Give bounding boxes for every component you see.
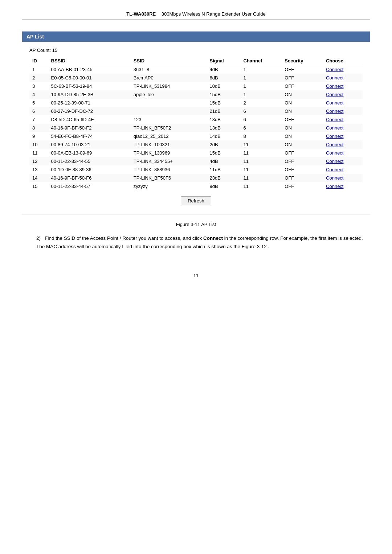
refresh-button[interactable]: Refresh <box>181 196 211 205</box>
cell-id: 9 <box>29 132 48 140</box>
cell-channel: 1 <box>241 82 282 90</box>
cell-channel: 8 <box>241 132 282 140</box>
cell-id: 12 <box>29 157 48 165</box>
cell-connect[interactable]: Connect <box>323 82 363 90</box>
cell-ssid <box>131 99 207 107</box>
connect-link[interactable]: Connect <box>326 150 343 156</box>
table-row: 35C-63-BF-53-19-84TP-LINK_53198410dB1OFF… <box>29 82 363 90</box>
table-row: 500-25-12-39-00-7115dB2ONConnect <box>29 99 363 107</box>
description-bold: Connect <box>203 235 223 241</box>
cell-channel: 6 <box>241 107 282 115</box>
cell-signal: 6dB <box>207 74 241 82</box>
cell-id: 3 <box>29 82 48 90</box>
cell-ssid: TP-LINK_888936 <box>131 165 207 174</box>
connect-link[interactable]: Connect <box>326 175 343 181</box>
connect-link[interactable]: Connect <box>326 125 343 131</box>
cell-security: ON <box>282 107 323 115</box>
table-row: 1440-16-9F-BF-50-F6TP-LINK_BF50F623dB11O… <box>29 174 363 182</box>
cell-ssid: TP-LINK_BF50F6 <box>131 174 207 182</box>
description-number: 2) <box>36 235 44 241</box>
cell-connect[interactable]: Connect <box>323 74 363 82</box>
cell-channel: 1 <box>241 90 282 99</box>
figure-caption: Figure 3-11 AP List <box>22 222 370 227</box>
cell-connect[interactable]: Connect <box>323 65 363 74</box>
cell-signal: 15dB <box>207 99 241 107</box>
connect-link[interactable]: Connect <box>326 67 343 72</box>
cell-signal: 21dB <box>207 107 241 115</box>
cell-connect[interactable]: Connect <box>323 165 363 174</box>
table-row: 1000-89-74-10-03-21TP-LINK_1003212dB11ON… <box>29 140 363 149</box>
cell-id: 14 <box>29 174 48 182</box>
table-row: 100-AA-BB-01-23-453631_84dB1OFFConnect <box>29 65 363 74</box>
cell-channel: 6 <box>241 124 282 132</box>
cell-security: OFF <box>282 174 323 182</box>
cell-bssid: 00-11-22-33-44-57 <box>48 182 131 190</box>
cell-connect[interactable]: Connect <box>323 99 363 107</box>
cell-channel: 11 <box>241 165 282 174</box>
connect-link[interactable]: Connect <box>326 184 343 189</box>
cell-ssid: TP-LINK_531984 <box>131 82 207 90</box>
cell-connect[interactable]: Connect <box>323 157 363 165</box>
cell-connect[interactable]: Connect <box>323 90 363 99</box>
table-row: 1500-11-22-33-44-57zyzyzy9dB11OFFConnect <box>29 182 363 190</box>
table-row: 954-E6-FC-B8-4F-74qiao12_25_201214dB8ONC… <box>29 132 363 140</box>
connect-link[interactable]: Connect <box>326 134 343 139</box>
description-block: 2) Find the SSID of the Access Point / R… <box>36 234 370 251</box>
cell-bssid: 00-89-74-10-03-21 <box>48 140 131 149</box>
col-security: Security <box>282 57 323 65</box>
table-row: 840-16-9F-BF-50-F2TP-LINK_BF50F213dB6ONC… <box>29 124 363 132</box>
connect-link[interactable]: Connect <box>326 92 343 97</box>
cell-security: ON <box>282 140 323 149</box>
cell-connect[interactable]: Connect <box>323 174 363 182</box>
cell-bssid: 54-E6-FC-B8-4F-74 <box>48 132 131 140</box>
cell-ssid: TP-LINK_BF50F2 <box>131 124 207 132</box>
cell-channel: 2 <box>241 99 282 107</box>
cell-channel: 1 <box>241 74 282 82</box>
cell-security: OFF <box>282 74 323 82</box>
cell-id: 8 <box>29 124 48 132</box>
table-row: 1200-11-22-33-44-55TP-LINK_334455+4dB11O… <box>29 157 363 165</box>
ap-list-header: AP List <box>22 32 370 42</box>
connect-link[interactable]: Connect <box>326 75 343 81</box>
cell-id: 2 <box>29 74 48 82</box>
cell-connect[interactable]: Connect <box>323 124 363 132</box>
cell-id: 5 <box>29 99 48 107</box>
cell-security: OFF <box>282 182 323 190</box>
cell-connect[interactable]: Connect <box>323 132 363 140</box>
cell-bssid: 00-25-12-39-00-71 <box>48 99 131 107</box>
cell-signal: 4dB <box>207 65 241 74</box>
cell-bssid: 5C-63-BF-53-19-84 <box>48 82 131 90</box>
cell-signal: 4dB <box>207 157 241 165</box>
cell-connect[interactable]: Connect <box>323 182 363 190</box>
model-name: TL-WA830RE <box>126 11 156 17</box>
cell-ssid: 123 <box>131 115 207 124</box>
description-text1: Find the SSID of the Access Point / Rout… <box>45 235 203 241</box>
cell-signal: 10dB <box>207 82 241 90</box>
cell-connect[interactable]: Connect <box>323 140 363 149</box>
col-channel: Channel <box>241 57 282 65</box>
cell-security: OFF <box>282 82 323 90</box>
guide-title: 300Mbps Wireless N Range Extender User G… <box>162 11 266 17</box>
cell-connect[interactable]: Connect <box>323 115 363 124</box>
cell-signal: 23dB <box>207 174 241 182</box>
cell-bssid: 00-1D-0F-88-89-36 <box>48 165 131 174</box>
cell-security: ON <box>282 99 323 107</box>
ap-table: ID BSSID SSID Signal Channel Security Ch… <box>29 57 363 190</box>
table-row: 600-27-19-DF-DC-7221dB6ONConnect <box>29 107 363 115</box>
cell-connect[interactable]: Connect <box>323 107 363 115</box>
cell-ssid: apple_lee <box>131 90 207 99</box>
connect-link[interactable]: Connect <box>326 142 343 147</box>
connect-link[interactable]: Connect <box>326 167 343 172</box>
cell-connect[interactable]: Connect <box>323 149 363 157</box>
connect-link[interactable]: Connect <box>326 108 343 114</box>
cell-security: ON <box>282 90 323 99</box>
cell-security: OFF <box>282 165 323 174</box>
cell-security: OFF <box>282 115 323 124</box>
cell-ssid: zyzyzy <box>131 182 207 190</box>
connect-link[interactable]: Connect <box>326 100 343 106</box>
cell-bssid: 00-AA-BB-01-23-45 <box>48 65 131 74</box>
connect-link[interactable]: Connect <box>326 83 343 89</box>
cell-channel: 11 <box>241 140 282 149</box>
connect-link[interactable]: Connect <box>326 117 343 122</box>
connect-link[interactable]: Connect <box>326 159 343 164</box>
